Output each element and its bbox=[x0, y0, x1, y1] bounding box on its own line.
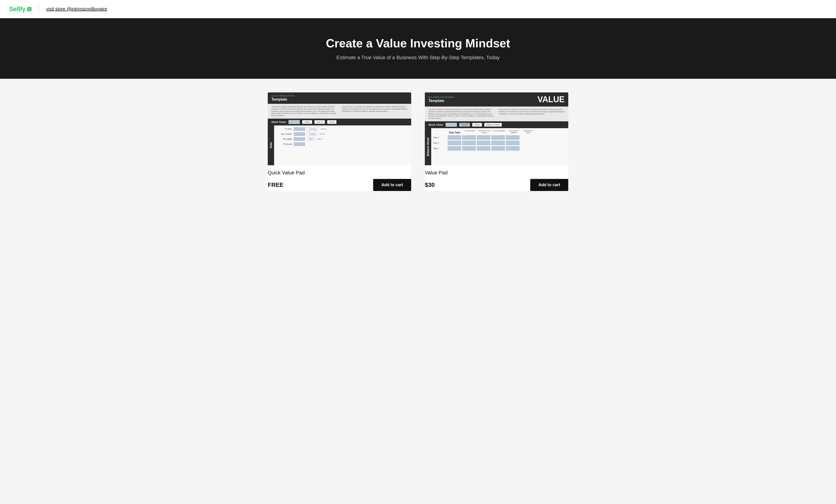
year4-cell-2 bbox=[462, 135, 476, 140]
col-stockholders: Stockholders' Equity bbox=[521, 130, 535, 134]
product-thumbnail-1: QUICK EVALUATION Template This sheet is … bbox=[268, 93, 411, 165]
balance-row-year4: Year 4 bbox=[433, 135, 567, 140]
ticker-label-2: Stock Ticker bbox=[429, 123, 443, 126]
year3-cell-3 bbox=[477, 141, 490, 145]
year2-label: Year 2 bbox=[433, 147, 447, 150]
sheet-header-1: QUICK EVALUATION Template bbox=[268, 93, 411, 104]
yahoo-btn-1[interactable]: Yahoo bbox=[302, 120, 312, 124]
pe-high-label: PE (High) bbox=[276, 138, 292, 140]
hero-section: Create a Value Investing Mindset Estimat… bbox=[0, 18, 836, 79]
sheet-row-pe-low: PE (Low) bbox=[276, 142, 410, 146]
year4-label: Year 4 bbox=[433, 136, 447, 139]
year3-cell-5 bbox=[506, 141, 519, 145]
growth-label: Est. Growth bbox=[276, 133, 292, 135]
year2-cell-2 bbox=[462, 146, 476, 151]
product-info-1: Quick Value Pad FREE Add to cart bbox=[268, 165, 411, 191]
howto-text-2: How to bbox=[320, 133, 325, 135]
year4-cell-4 bbox=[491, 135, 505, 140]
sheet-toolbar-1: Stock Ticker Yahoo How to About bbox=[268, 119, 411, 125]
year3-cell-1 bbox=[448, 141, 461, 145]
data-table-header: Data Table bbox=[449, 131, 460, 134]
yahoo-btn-2[interactable]: Yahoo bbox=[472, 123, 482, 127]
sidebar-label-2: Balance Sheet bbox=[425, 128, 431, 165]
year2-cell-4 bbox=[491, 146, 505, 151]
sheet-row-growth: Est. Growth Analysis How to bbox=[276, 132, 410, 136]
year3-cell-2 bbox=[462, 141, 476, 145]
summary-btn[interactable]: Summary bbox=[307, 127, 319, 131]
value-btn-2[interactable]: VALUE bbox=[459, 123, 470, 127]
balance-table: Data Table Current Assets Total Non-Curr… bbox=[431, 128, 568, 165]
data-table-1: TT EPS Summary How to Est. Growth Analys… bbox=[274, 125, 411, 165]
sheet-toolbar-2: Stock Ticker VALUE Yahoo Balance Sheet bbox=[425, 121, 568, 128]
product-price-1: FREE bbox=[268, 181, 283, 189]
disclaimer-col-4: Please ensure to consult your accountant… bbox=[499, 108, 565, 119]
sheet-disclaimer-1: This sheet is purely for educational pur… bbox=[268, 104, 411, 119]
logo-area: Sellfy S bbox=[9, 5, 32, 13]
product-name-2: Value Pad bbox=[425, 170, 568, 176]
add-to-cart-button-1[interactable]: Add to cart bbox=[373, 179, 411, 191]
product-info-2: Value Pad $30 Add to cart bbox=[425, 165, 568, 191]
year2-cell-5 bbox=[506, 146, 519, 151]
sheet-title-1: Template bbox=[271, 97, 295, 101]
products-grid: QUICK EVALUATION Template This sheet is … bbox=[268, 93, 568, 191]
ticker-input-1[interactable] bbox=[288, 120, 300, 124]
products-section: QUICK EVALUATION Template This sheet is … bbox=[259, 79, 577, 205]
year2-cell-1 bbox=[448, 146, 461, 151]
product-name-1: Quick Value Pad bbox=[268, 170, 411, 176]
hero-title: Create a Value Investing Mindset bbox=[9, 36, 827, 50]
store-link[interactable]: visit store @intrinsicmillionaire bbox=[46, 6, 107, 12]
about-btn-1[interactable]: About bbox=[327, 120, 337, 124]
sheet-data-area-1: Data TT EPS Summary How to Est. Growth bbox=[268, 125, 411, 165]
eps-cell bbox=[294, 127, 305, 131]
analysis-btn[interactable]: Analysis bbox=[307, 132, 318, 136]
year3-cell-4 bbox=[491, 141, 505, 145]
disclaimer-col-3: This sheet is purely for educational pur… bbox=[429, 108, 494, 119]
sheet-data-area-2: Balance Sheet Data Table Current Assets … bbox=[425, 128, 568, 165]
balance-row-year3: Year 3 bbox=[433, 141, 567, 145]
logo-text: Sellfy bbox=[9, 5, 25, 13]
pe-low-label: PE (Low) bbox=[276, 143, 292, 145]
sheet-label-1: QUICK EVALUATION bbox=[271, 95, 295, 97]
year2-cell-3 bbox=[477, 146, 490, 151]
balance-sheet-btn[interactable]: Balance Sheet bbox=[484, 123, 502, 127]
col-current-liab: Current Liabilities bbox=[492, 130, 506, 134]
howto-text-1: How to bbox=[321, 128, 326, 130]
product-footer-1: FREE Add to cart bbox=[268, 179, 411, 191]
pe-high-cell bbox=[294, 137, 305, 141]
year3-label: Year 3 bbox=[433, 142, 447, 144]
site-header: Sellfy S visit store @intrinsicmillionai… bbox=[0, 0, 836, 18]
add-to-cart-button-2[interactable]: Add to cart bbox=[530, 179, 568, 191]
year4-cell-3 bbox=[477, 135, 490, 140]
howto-text-3: How to bbox=[317, 138, 323, 140]
sheet-value-2: VALUE bbox=[537, 95, 565, 104]
sheet-label-2: BALANCE STATEMENT bbox=[429, 96, 455, 98]
sheet-row-pe-high: PE (High) MSN How to bbox=[276, 137, 410, 141]
sheet-disclaimer-2: This sheet is purely for educational pur… bbox=[425, 106, 568, 121]
eps-label: TT EPS bbox=[276, 128, 292, 130]
disclaimer-col-2: Please ensure to consult your accountant… bbox=[342, 105, 407, 117]
balance-row-year2: Year 2 bbox=[433, 146, 567, 151]
ticker-input-2[interactable] bbox=[445, 123, 457, 127]
sheet-title-2: Template bbox=[429, 99, 455, 103]
product-price-2: $30 bbox=[425, 181, 435, 189]
product-card-quick-value-pad: QUICK EVALUATION Template This sheet is … bbox=[268, 93, 411, 191]
year4-cell-1 bbox=[448, 135, 461, 140]
product-thumbnail-2: BALANCE STATEMENT Template VALUE This sh… bbox=[425, 93, 568, 165]
hero-subtitle: Estimate a True Value of a Business With… bbox=[9, 55, 827, 61]
year4-cell-5 bbox=[506, 135, 519, 140]
col-non-current-liab: Non-Current Liabilities bbox=[507, 130, 520, 134]
pe-low-cell bbox=[294, 142, 305, 146]
disclaimer-col-1: This sheet is purely for educational pur… bbox=[271, 105, 337, 117]
msn-btn[interactable]: MSN bbox=[307, 137, 315, 141]
sidebar-label-1: Data bbox=[268, 125, 274, 165]
ticker-label-1: Stock Ticker bbox=[271, 121, 286, 123]
logo-badge: S bbox=[27, 7, 32, 11]
sheet-header-2: BALANCE STATEMENT Template VALUE bbox=[425, 93, 568, 106]
product-footer-2: $30 Add to cart bbox=[425, 179, 568, 191]
growth-cell bbox=[294, 132, 305, 136]
howto-btn-1[interactable]: How to bbox=[315, 120, 325, 124]
sheet-row-eps: TT EPS Summary How to bbox=[276, 127, 410, 131]
product-card-value-pad: BALANCE STATEMENT Template VALUE This sh… bbox=[425, 93, 568, 191]
header-divider bbox=[39, 4, 39, 14]
col-current-assets: Current Assets bbox=[463, 130, 477, 134]
